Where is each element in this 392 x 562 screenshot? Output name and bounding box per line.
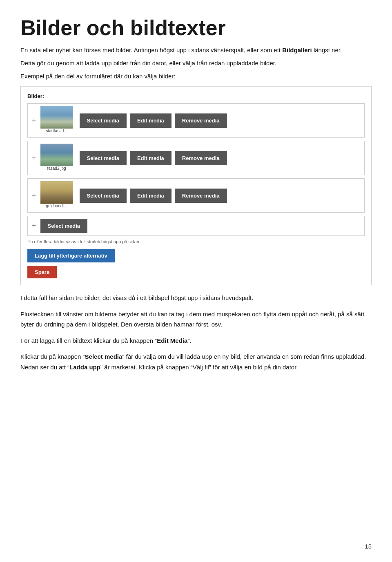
- thumb-label-2: fasad2.jpg: [40, 166, 73, 171]
- add-more-button[interactable]: Lägg till ytterligare alternativ: [27, 249, 115, 262]
- media-row-2: + fasad2.jpg Select media Edit media Rem…: [27, 141, 365, 175]
- drag-handle-1[interactable]: +: [32, 116, 36, 125]
- media-buttons-3: Select media Edit media Remove media: [80, 189, 360, 203]
- save-button[interactable]: Spara: [27, 266, 57, 278]
- body-paragraph-2: Plustecknen till vänster om bilderna bet…: [20, 309, 372, 330]
- thumb-label-3: guldhandt...: [40, 204, 73, 208]
- drag-handle-empty[interactable]: +: [32, 222, 36, 230]
- drag-handle-2[interactable]: +: [32, 154, 36, 162]
- form-note: En eller flera bilder visas i full storl…: [27, 239, 365, 244]
- select-media-button-empty[interactable]: Select media: [40, 219, 88, 233]
- media-buttons-empty: Select media: [40, 219, 360, 233]
- remove-media-button-2[interactable]: Remove media: [175, 151, 227, 165]
- intro-paragraph-1: En sida eller nyhet kan förses med bilde…: [20, 45, 372, 55]
- intro-paragraph-2: Detta gör du genom att ladda upp bilder …: [20, 58, 372, 68]
- select-media-button-1[interactable]: Select media: [80, 113, 127, 128]
- drag-handle-3[interactable]: +: [32, 191, 36, 200]
- remove-media-button-1[interactable]: Remove media: [175, 113, 227, 128]
- remove-media-button-3[interactable]: Remove media: [175, 189, 227, 203]
- thumb-image-2: [40, 144, 73, 166]
- form-box: Bilder: + startfasad... Select media Edi…: [20, 86, 372, 285]
- media-thumb-2: fasad2.jpg: [40, 144, 73, 172]
- thumb-image-3: [40, 181, 73, 204]
- thumb-label-1: startfasad...: [40, 129, 73, 133]
- example-label: Exempel på den del av formuläret där du …: [20, 71, 372, 81]
- media-thumb-1: startfasad...: [40, 106, 73, 135]
- edit-media-button-2[interactable]: Edit media: [130, 151, 172, 165]
- bilder-label: Bilder:: [27, 93, 365, 99]
- body-paragraph-1: I detta fall har sidan tre bilder, det v…: [20, 293, 372, 303]
- body-paragraph-3: För att lägga till en bildtext klickar d…: [20, 335, 372, 346]
- thumb-image-1: [40, 106, 73, 129]
- body-paragraph-4: Klickar du på knappen “Select media” får…: [20, 351, 372, 372]
- media-row-3: + guldhandt... Select media Edit media R…: [27, 178, 365, 213]
- select-media-button-3[interactable]: Select media: [80, 189, 127, 203]
- media-row-1: + startfasad... Select media Edit media …: [27, 103, 365, 138]
- select-media-button-2[interactable]: Select media: [80, 151, 127, 165]
- media-buttons-2: Select media Edit media Remove media: [80, 151, 360, 165]
- media-thumb-3: guldhandt...: [40, 181, 73, 210]
- page-title: Bilder och bildtexter: [20, 16, 372, 40]
- edit-media-button-1[interactable]: Edit media: [130, 113, 172, 128]
- edit-media-button-3[interactable]: Edit media: [130, 189, 172, 203]
- media-row-empty: + Select media: [27, 216, 365, 236]
- media-buttons-1: Select media Edit media Remove media: [80, 113, 360, 128]
